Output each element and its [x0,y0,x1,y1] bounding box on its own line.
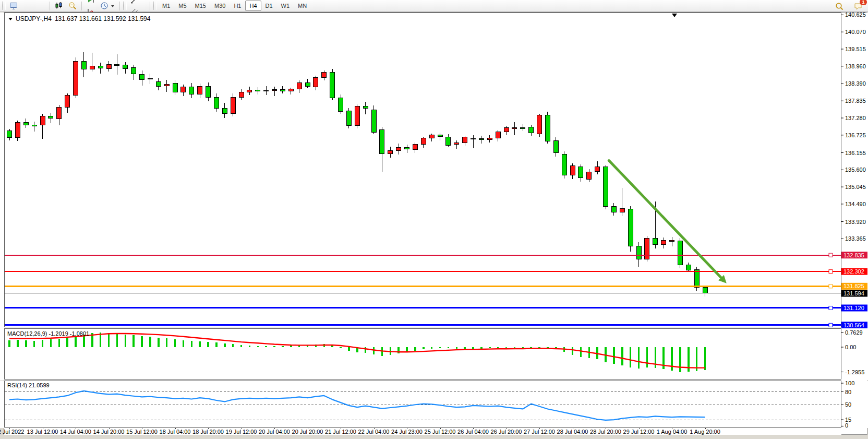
price-axis-label: 135.600 [845,167,866,173]
macd-histogram-bar [456,347,458,349]
rsi-indicator-label: RSI(14) 21.0599 [7,382,50,388]
macd-histogram-bar [489,347,491,348]
timeframe-h1-button[interactable]: H1 [230,1,245,11]
metaeditor-icon [9,2,18,10]
zoom-out-button[interactable] [66,0,79,11]
macd-histogram-bar [497,347,499,348]
candle [645,236,649,262]
timeframe-m15-button[interactable]: M15 [191,1,210,11]
timeframe-d1-button[interactable]: D1 [261,1,277,11]
price-axis-label: 136.155 [845,150,866,156]
macd-histogram-bar [290,346,292,347]
chart-shift-marker-icon[interactable] [672,14,677,20]
notifications-button[interactable]: 1 [851,1,865,12]
rsi-axis-label: 100 [845,381,854,386]
macd-histogram-bar [149,337,151,347]
price-axis-label: 139.515 [845,46,866,52]
toolbar-separator [50,2,50,10]
periods-button[interactable] [98,0,117,11]
price-axis-label: 138.960 [845,63,866,69]
candlestick-chart-button[interactable] [52,0,66,11]
timeframe-m5-button[interactable]: M5 [174,1,190,11]
line-handle[interactable] [829,323,833,327]
macd-histogram-bar [125,335,127,347]
timeframe-w1-button[interactable]: W1 [277,1,294,11]
macd-histogram-bar [265,346,267,347]
macd-histogram-bar [33,341,35,347]
macd-histogram-bar [655,347,657,368]
timeframe-mn-button[interactable]: MN [294,1,311,11]
macd-indicator-label: MACD(12,26,9) -1.2019 -1.0801 [7,330,89,337]
price-axis-label: 133.365 [845,235,866,242]
macd-histogram-bar [240,345,243,347]
chart-symbol-period: USDJPY-,H4 [16,15,52,22]
auto-scroll-icon [87,0,95,4]
time-axis-label: 20 Jul 04:00 [259,429,290,435]
macd-histogram-bar [704,347,706,370]
search-button[interactable] [833,1,846,12]
chart-ohlc-values: 131.637 131.661 131.592 131.594 [55,15,151,22]
rsi-axis-label: 80 [845,389,851,395]
price-badge-label: 130.564 [843,322,864,328]
rsi-axis-label: 50 [845,401,851,408]
candle [678,238,682,268]
macd-histogram-bar [215,342,218,347]
toolbar-separator [119,2,120,10]
price-badge-label: 131.120 [843,305,864,311]
macd-histogram-bar [646,347,648,367]
timeframe-m30-button[interactable]: M30 [210,1,230,11]
chart-menu-arrow-icon[interactable] [8,18,13,22]
candlestick-chart-icon [55,2,63,10]
price-axis-label: 137.835 [845,98,866,104]
line-handle[interactable] [829,284,833,288]
macd-panel[interactable]: 0.76290.00-1.2955 [0,328,868,380]
time-axis-label: 22 Jul 04:00 [358,429,390,435]
time-axis-label: 25 Jul 12:00 [425,429,456,435]
trendline-button[interactable] [128,0,148,6]
time-axis-label: 20 Jul 20:00 [292,429,323,435]
metaeditor-button[interactable] [7,0,47,11]
macd-histogram-bar [572,347,574,355]
macd-histogram-bar [439,347,441,348]
time-axis: 12 Jul 202213 Jul 12:0014 Jul 04:0014 Ju… [4,428,841,435]
periods-icon [100,2,108,10]
time-axis-label: 18 Jul 04:00 [160,429,191,435]
time-axis-label: 18 Jul 20:00 [192,429,224,435]
macd-histogram-bar [249,346,251,347]
macd-histogram-bar [75,336,77,347]
price-axis-label: 138.390 [845,80,866,87]
candle [694,267,699,290]
candle [355,104,359,128]
toolbar-right: 1 [833,1,865,12]
macd-histogram-bar [522,347,524,348]
timeframe-m1-button[interactable]: M1 [158,1,174,11]
timeframe-h4-button[interactable]: H4 [245,1,261,11]
macd-histogram-bar [42,340,44,347]
macd-histogram-bar [414,347,416,351]
line-handle[interactable] [829,253,833,257]
time-axis-label: 26 Jul 20:00 [491,429,522,435]
auto-scroll-button[interactable] [84,0,98,6]
macd-histogram-bar [273,346,275,347]
macd-histogram-bar [224,343,226,347]
macd-histogram-bar [464,347,466,349]
macd-histogram-bar [232,344,234,347]
macd-histogram-bar [621,347,623,365]
rsi-panel[interactable]: 1008050150 [0,381,868,428]
macd-histogram-bar [158,338,160,347]
line-handle[interactable] [829,306,833,310]
time-axis-label: 15 Jul 12:00 [126,429,158,435]
time-axis-label: 1 Aug 04:00 [657,429,688,435]
candle [562,151,566,179]
time-axis-label: 21 Jul 12:00 [325,429,356,435]
time-axis-label: 19 Jul 12:00 [226,429,257,435]
macd-histogram-bar [132,335,135,347]
price-badge-label: 132.302 [843,268,864,275]
chevron-down-icon[interactable] [111,5,114,9]
candle [346,108,351,128]
chart-border [5,13,841,327]
price-chart-panel[interactable]: 140.625140.070139.515138.960138.390137.8… [0,13,868,328]
line-handle[interactable] [829,270,833,274]
macd-histogram-bar [25,340,27,347]
macd-histogram-bar [423,347,425,349]
